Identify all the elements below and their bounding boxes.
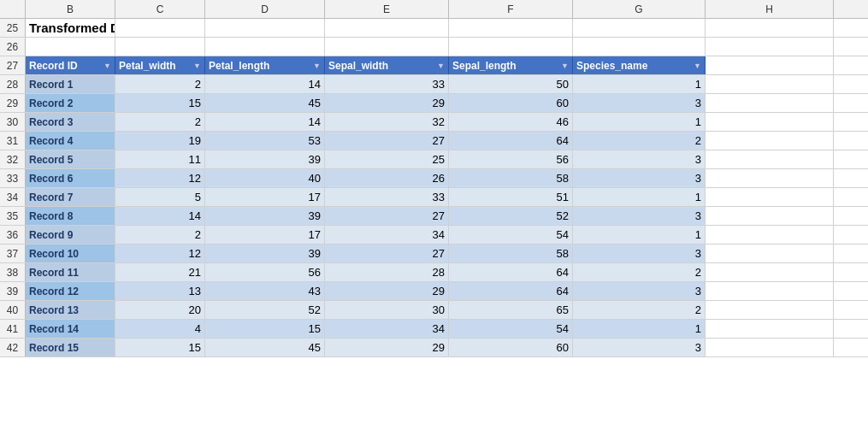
petal-width-cell[interactable]: 2: [115, 113, 205, 131]
record-id-cell[interactable]: Record 5: [26, 150, 115, 168]
petal-width-cell[interactable]: 2: [115, 75, 205, 93]
record-id-cell[interactable]: Record 1: [26, 75, 115, 93]
sepal-length-cell[interactable]: 64: [449, 132, 573, 150]
col-header-b[interactable]: B: [26, 0, 115, 18]
col-header-e[interactable]: E: [325, 0, 449, 18]
record-id-cell[interactable]: Record 12: [26, 282, 115, 300]
header-petal-width[interactable]: Petal_width ▼: [115, 56, 205, 74]
record-id-cell[interactable]: Record 11: [26, 263, 115, 281]
species-name-cell[interactable]: 1: [573, 188, 706, 206]
petal-width-cell[interactable]: 5: [115, 188, 205, 206]
header-record-id[interactable]: Record ID ▼: [26, 56, 115, 74]
petal-width-cell[interactable]: 15: [115, 339, 205, 356]
sepal-width-cell[interactable]: 30: [325, 301, 449, 319]
sepal-length-cell[interactable]: 54: [449, 226, 573, 244]
sepal-length-cell[interactable]: 52: [449, 207, 573, 225]
species-name-cell[interactable]: 3: [573, 169, 706, 187]
species-name-cell[interactable]: 3: [573, 94, 706, 112]
sepal-length-cell[interactable]: 51: [449, 188, 573, 206]
petal-length-cell[interactable]: 15: [205, 320, 325, 338]
petal-width-cell[interactable]: 13: [115, 282, 205, 300]
species-name-cell[interactable]: 1: [573, 320, 706, 338]
header-sepal-length[interactable]: Sepal_length ▼: [449, 56, 573, 74]
sepal-width-cell[interactable]: 25: [325, 150, 449, 168]
petal-width-cell[interactable]: 4: [115, 320, 205, 338]
petal-width-cell[interactable]: 19: [115, 132, 205, 150]
petal-width-cell[interactable]: 12: [115, 169, 205, 187]
record-id-cell[interactable]: Record 14: [26, 320, 115, 338]
species-name-cell[interactable]: 2: [573, 301, 706, 319]
header-species-name[interactable]: Species_name ▼: [573, 56, 706, 74]
species-name-cell[interactable]: 2: [573, 263, 706, 281]
filter-species-name-icon[interactable]: ▼: [694, 62, 701, 70]
sepal-length-cell[interactable]: 64: [449, 263, 573, 281]
sepal-length-cell[interactable]: 64: [449, 282, 573, 300]
petal-length-cell[interactable]: 39: [205, 207, 325, 225]
record-id-cell[interactable]: Record 2: [26, 94, 115, 112]
species-name-cell[interactable]: 3: [573, 150, 706, 168]
record-id-cell[interactable]: Record 9: [26, 226, 115, 244]
petal-length-cell[interactable]: 14: [205, 75, 325, 93]
col-header-c[interactable]: C: [115, 0, 205, 18]
petal-width-cell[interactable]: 20: [115, 301, 205, 319]
sepal-length-cell[interactable]: 50: [449, 75, 573, 93]
record-id-cell[interactable]: Record 4: [26, 132, 115, 150]
col-header-d[interactable]: D: [205, 0, 325, 18]
sepal-length-cell[interactable]: 60: [449, 339, 573, 356]
petal-width-cell[interactable]: 14: [115, 207, 205, 225]
sepal-width-cell[interactable]: 33: [325, 75, 449, 93]
record-id-cell[interactable]: Record 6: [26, 169, 115, 187]
petal-length-cell[interactable]: 52: [205, 301, 325, 319]
filter-sepal-width-icon[interactable]: ▼: [437, 62, 445, 70]
species-name-cell[interactable]: 3: [573, 207, 706, 225]
sepal-width-cell[interactable]: 33: [325, 188, 449, 206]
sepal-width-cell[interactable]: 27: [325, 244, 449, 262]
record-id-cell[interactable]: Record 10: [26, 244, 115, 262]
sepal-length-cell[interactable]: 58: [449, 244, 573, 262]
petal-length-cell[interactable]: 56: [205, 263, 325, 281]
petal-width-cell[interactable]: 11: [115, 150, 205, 168]
record-id-cell[interactable]: Record 3: [26, 113, 115, 131]
col-header-h[interactable]: H: [706, 0, 834, 18]
petal-length-cell[interactable]: 17: [205, 188, 325, 206]
sepal-length-cell[interactable]: 54: [449, 320, 573, 338]
record-id-cell[interactable]: Record 8: [26, 207, 115, 225]
sepal-length-cell[interactable]: 46: [449, 113, 573, 131]
petal-length-cell[interactable]: 45: [205, 339, 325, 356]
species-name-cell[interactable]: 1: [573, 226, 706, 244]
header-sepal-width[interactable]: Sepal_width ▼: [325, 56, 449, 74]
filter-petal-length-icon[interactable]: ▼: [313, 62, 321, 70]
species-name-cell[interactable]: 3: [573, 244, 706, 262]
sepal-length-cell[interactable]: 65: [449, 301, 573, 319]
col-header-f[interactable]: F: [449, 0, 573, 18]
sepal-width-cell[interactable]: 28: [325, 263, 449, 281]
petal-length-cell[interactable]: 17: [205, 226, 325, 244]
petal-width-cell[interactable]: 2: [115, 226, 205, 244]
species-name-cell[interactable]: 2: [573, 132, 706, 150]
sepal-length-cell[interactable]: 60: [449, 94, 573, 112]
petal-length-cell[interactable]: 39: [205, 150, 325, 168]
record-id-cell[interactable]: Record 7: [26, 188, 115, 206]
sepal-width-cell[interactable]: 29: [325, 282, 449, 300]
species-name-cell[interactable]: 3: [573, 339, 706, 356]
petal-length-cell[interactable]: 40: [205, 169, 325, 187]
petal-length-cell[interactable]: 39: [205, 244, 325, 262]
sepal-width-cell[interactable]: 29: [325, 94, 449, 112]
sepal-width-cell[interactable]: 27: [325, 132, 449, 150]
petal-width-cell[interactable]: 15: [115, 94, 205, 112]
filter-record-id-icon[interactable]: ▼: [103, 62, 111, 70]
petal-width-cell[interactable]: 12: [115, 244, 205, 262]
species-name-cell[interactable]: 3: [573, 282, 706, 300]
species-name-cell[interactable]: 1: [573, 75, 706, 93]
record-id-cell[interactable]: Record 13: [26, 301, 115, 319]
petal-length-cell[interactable]: 45: [205, 94, 325, 112]
species-name-cell[interactable]: 1: [573, 113, 706, 131]
sepal-width-cell[interactable]: 34: [325, 320, 449, 338]
record-id-cell[interactable]: Record 15: [26, 339, 115, 356]
filter-sepal-length-icon[interactable]: ▼: [561, 62, 569, 70]
sepal-length-cell[interactable]: 56: [449, 150, 573, 168]
filter-petal-width-icon[interactable]: ▼: [193, 62, 201, 70]
sepal-width-cell[interactable]: 29: [325, 339, 449, 356]
petal-length-cell[interactable]: 14: [205, 113, 325, 131]
sepal-width-cell[interactable]: 32: [325, 113, 449, 131]
